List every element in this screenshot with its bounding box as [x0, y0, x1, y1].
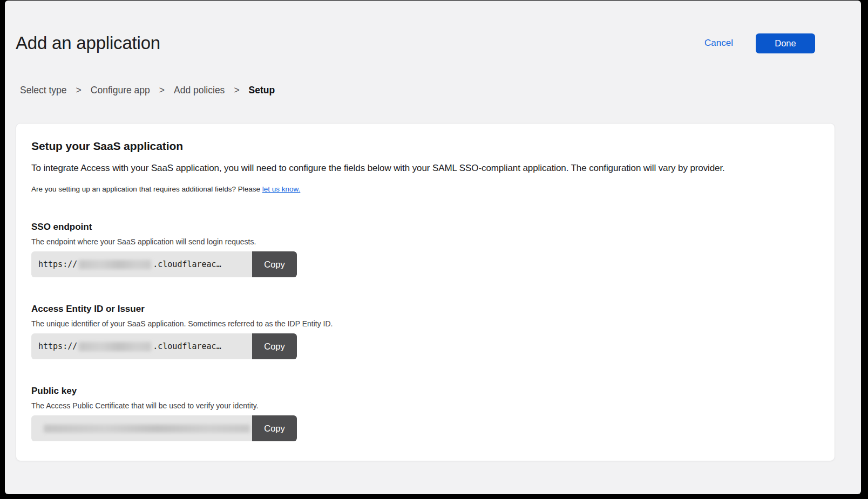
- breadcrumb-step-configure-app[interactable]: Configure app: [91, 85, 150, 96]
- breadcrumb-step-add-policies[interactable]: Add policies: [174, 85, 225, 96]
- breadcrumb-separator: >: [159, 85, 165, 96]
- field-description: The Access Public Certificate that will …: [31, 401, 819, 410]
- setup-field: Access Entity ID or Issuer The unique id…: [31, 304, 819, 359]
- field-value-prefix: https://: [38, 341, 77, 351]
- field-description: The endpoint where your SaaS application…: [31, 237, 819, 246]
- done-button[interactable]: Done: [756, 33, 815, 53]
- card-title: Setup your SaaS application: [31, 140, 819, 153]
- field-description: The unique identifier of your SaaS appli…: [31, 319, 819, 328]
- header-actions: Cancel Done: [704, 33, 850, 53]
- page-header: Add an application Cancel Done: [16, 33, 850, 53]
- field-label: SSO endpoint: [31, 222, 819, 233]
- breadcrumb: Select type>Configure app>Add policies>S…: [20, 85, 861, 96]
- redacted-value: [79, 260, 151, 269]
- field-label: Public key: [31, 386, 819, 397]
- field-value-suffix: .cloudflareac…: [153, 259, 221, 269]
- field-value-suffix: .cloudflareac…: [153, 341, 221, 351]
- let-us-know-link[interactable]: let us know.: [262, 185, 301, 193]
- field-label: Access Entity ID or Issuer: [31, 304, 819, 315]
- redacted-value: [79, 342, 151, 351]
- copy-button[interactable]: Copy: [252, 251, 297, 277]
- redacted-value: [44, 425, 250, 433]
- card-note: Are you setting up an application that r…: [31, 185, 819, 193]
- field-value-row: https:// .cloudflareac… Copy: [31, 333, 297, 359]
- fields-container: SSO endpoint The endpoint where your Saa…: [31, 222, 819, 441]
- field-value-row: https:// .cloudflareac… Copy: [31, 251, 297, 277]
- breadcrumb-step-select-type[interactable]: Select type: [20, 85, 67, 96]
- setup-field: Public key The Access Public Certificate…: [31, 386, 819, 441]
- field-value-box: https:// .cloudflareac…: [31, 333, 252, 359]
- page-title: Add an application: [16, 33, 160, 53]
- field-value-prefix: https://: [38, 259, 77, 269]
- field-value-box: https:// .cloudflareac…: [31, 251, 252, 277]
- card-intro-text: To integrate Access with your SaaS appli…: [31, 163, 819, 174]
- copy-button[interactable]: Copy: [252, 333, 297, 359]
- breadcrumb-separator: >: [76, 85, 82, 96]
- app-screen: Add an application Cancel Done Select ty…: [5, 1, 861, 494]
- card-note-text: Are you setting up an application that r…: [31, 185, 262, 193]
- copy-button[interactable]: Copy: [252, 415, 297, 441]
- setup-card: Setup your SaaS application To integrate…: [16, 123, 835, 461]
- breadcrumb-separator: >: [234, 85, 239, 96]
- breadcrumb-step-setup[interactable]: Setup: [249, 85, 275, 96]
- cancel-button[interactable]: Cancel: [704, 38, 733, 49]
- setup-field: SSO endpoint The endpoint where your Saa…: [31, 222, 819, 277]
- field-value-row: Copy: [31, 415, 297, 441]
- field-value-box: [31, 415, 252, 441]
